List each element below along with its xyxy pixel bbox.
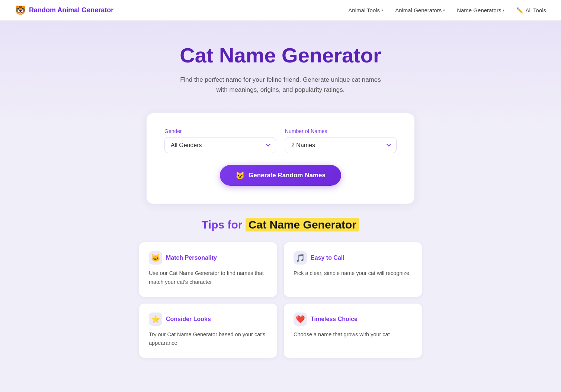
count-group: Number of Names 1 Name 2 Names 3 Names 5… bbox=[285, 128, 397, 153]
logo-icon: 🐯 bbox=[15, 5, 26, 16]
tip-title-easy: Easy to Call bbox=[311, 255, 344, 261]
tips-heading-highlight: Cat Name Generator bbox=[246, 218, 359, 231]
tip-text-personality: Use our Cat Name Generator to find names… bbox=[149, 269, 267, 286]
nav-animal-tools[interactable]: Animal Tools ▾ bbox=[348, 7, 383, 13]
tip-card-personality: 🐱 Match Personality Use our Cat Name Gen… bbox=[139, 242, 277, 297]
tip-icon-row: 🎵 Easy to Call bbox=[294, 251, 412, 265]
generate-button-label: Generate Random Names bbox=[249, 172, 326, 179]
gender-group: Gender All Genders Male Female bbox=[164, 128, 276, 153]
nav-links: Animal Tools ▾ Animal Generators ▾ Name … bbox=[348, 7, 546, 14]
nav-all-tools[interactable]: ✏️ All Tools bbox=[516, 7, 546, 14]
gender-select[interactable]: All Genders Male Female bbox=[164, 137, 276, 153]
hero-subtitle: Find the perfect name for your feline fr… bbox=[176, 75, 385, 95]
star-icon: ⭐ bbox=[149, 312, 162, 326]
tip-title-timeless: Timeless Choice bbox=[311, 316, 358, 323]
music-icon: 🎵 bbox=[294, 251, 307, 265]
form-card-wrapper: Gender All Genders Male Female Number of… bbox=[139, 113, 422, 204]
tip-icon-row: ⭐ Consider Looks bbox=[149, 312, 267, 326]
tip-card-timeless: ❤️ Timeless Choice Choose a name that gr… bbox=[284, 304, 422, 358]
chevron-down-icon: ▾ bbox=[443, 8, 445, 12]
chevron-down-icon: ▾ bbox=[381, 8, 383, 12]
form-row: Gender All Genders Male Female Number of… bbox=[164, 128, 397, 153]
tips-heading-prefix: Tips for bbox=[202, 218, 246, 231]
generator-card: Gender All Genders Male Female Number of… bbox=[147, 113, 414, 204]
chevron-down-icon: ▾ bbox=[503, 8, 504, 12]
tip-icon-row: 🐱 Match Personality bbox=[149, 251, 267, 265]
tip-icon-row: ❤️ Timeless Choice bbox=[294, 312, 412, 326]
tips-heading: Tips for Cat Name Generator bbox=[139, 218, 422, 231]
tip-card-looks: ⭐ Consider Looks Try our Cat Name Genera… bbox=[139, 304, 277, 358]
nav-animal-generators[interactable]: Animal Generators ▾ bbox=[395, 7, 445, 13]
tip-card-easy: 🎵 Easy to Call Pick a clear, simple name… bbox=[284, 242, 422, 297]
hero-section: Cat Name Generator Find the perfect name… bbox=[0, 21, 561, 124]
cat-icon: 🐱 bbox=[235, 171, 245, 180]
tips-section: Tips for Cat Name Generator 🐱 Match Pers… bbox=[132, 218, 429, 358]
tip-title-personality: Match Personality bbox=[166, 255, 217, 261]
tip-title-looks: Consider Looks bbox=[166, 316, 211, 323]
cat-personality-icon: 🐱 bbox=[149, 251, 162, 265]
tip-text-timeless: Choose a name that grows with your cat bbox=[294, 330, 412, 339]
pencil-icon: ✏️ bbox=[516, 7, 523, 14]
logo[interactable]: 🐯 Random Animal Generator bbox=[15, 5, 113, 16]
tip-text-easy: Pick a clear, simple name your cat will … bbox=[294, 269, 412, 278]
generate-button[interactable]: 🐱 Generate Random Names bbox=[220, 165, 341, 186]
page-title: Cat Name Generator bbox=[7, 43, 554, 67]
heart-icon: ❤️ bbox=[294, 312, 307, 326]
tips-grid: 🐱 Match Personality Use our Cat Name Gen… bbox=[139, 242, 422, 358]
tip-text-looks: Try our Cat Name Generator based on your… bbox=[149, 330, 267, 347]
logo-text: Random Animal Generator bbox=[29, 6, 113, 14]
navbar: 🐯 Random Animal Generator Animal Tools ▾… bbox=[0, 0, 561, 21]
count-select[interactable]: 1 Name 2 Names 3 Names 5 Names 10 Names bbox=[285, 137, 397, 153]
nav-name-generators[interactable]: Name Generators ▾ bbox=[457, 7, 504, 13]
count-label: Number of Names bbox=[285, 128, 397, 134]
gender-label: Gender bbox=[164, 128, 276, 134]
